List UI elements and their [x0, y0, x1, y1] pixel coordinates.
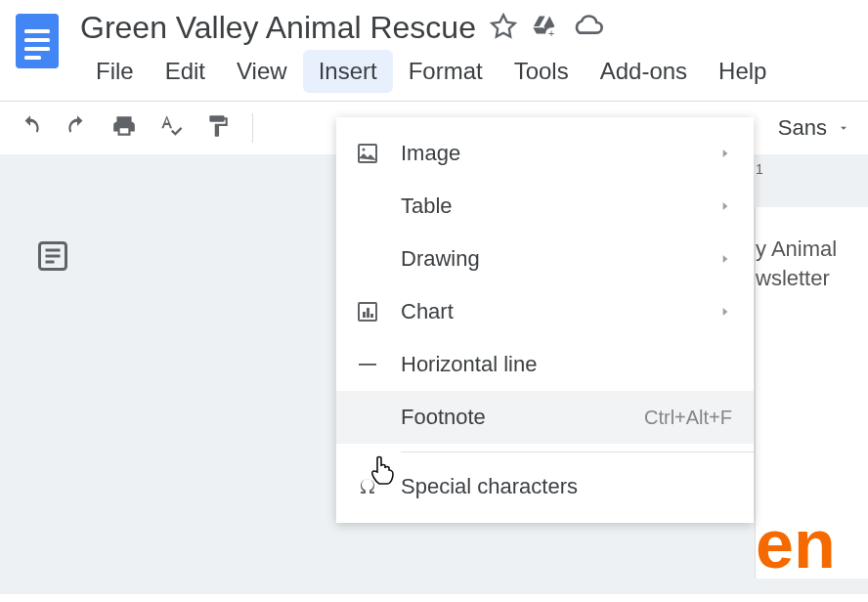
toolbar-divider	[252, 113, 253, 143]
menu-item-label: Chart	[401, 299, 718, 324]
chart-icon	[356, 300, 401, 323]
svg-rect-3	[24, 47, 50, 51]
menu-separator	[401, 452, 754, 452]
menu-item-footnote[interactable]: Footnote Ctrl+Alt+F	[336, 391, 754, 444]
cloud-saved-icon[interactable]	[572, 13, 603, 44]
svg-rect-1	[24, 29, 50, 33]
move-to-drive-icon[interactable]: +	[531, 13, 558, 44]
menu-item-special-characters[interactable]: Special characters	[336, 460, 754, 513]
font-select[interactable]: Sans	[778, 115, 850, 141]
menu-edit[interactable]: Edit	[150, 50, 221, 93]
undo-icon[interactable]	[18, 113, 43, 143]
insert-dropdown: Image Table Drawing Chart Horizontal lin…	[336, 117, 754, 523]
svg-text:+: +	[548, 26, 554, 38]
svg-rect-15	[367, 308, 369, 318]
spellcheck-icon[interactable]	[158, 113, 184, 143]
submenu-arrow-icon	[718, 194, 732, 219]
menu-item-label: Drawing	[401, 246, 718, 272]
menu-view[interactable]: View	[221, 50, 303, 93]
menu-insert[interactable]: Insert	[303, 50, 393, 93]
horizontal-line-icon	[356, 353, 401, 376]
doc-text-line: y Animal	[756, 236, 868, 262]
menu-format[interactable]: Format	[393, 50, 499, 93]
svg-rect-16	[370, 314, 373, 318]
menu-item-label: Horizontal line	[401, 352, 732, 377]
menu-addons[interactable]: Add-ons	[585, 50, 703, 93]
svg-rect-2	[24, 38, 50, 42]
svg-rect-14	[363, 312, 366, 318]
menu-file[interactable]: File	[80, 50, 150, 93]
document-page: y Animal wsletter en	[756, 207, 868, 579]
keyboard-shortcut: Ctrl+Alt+F	[644, 407, 732, 429]
document-title[interactable]: Green Valley Animal Rescue	[80, 10, 476, 46]
menu-item-label: Footnote	[401, 405, 644, 430]
menu-tools[interactable]: Tools	[499, 50, 585, 93]
paint-format-icon[interactable]	[205, 113, 231, 143]
mouse-cursor-icon	[368, 454, 397, 494]
font-name-label: Sans	[778, 115, 827, 141]
menu-item-image[interactable]: Image	[336, 127, 754, 180]
menu-item-chart[interactable]: Chart	[336, 285, 754, 338]
submenu-arrow-icon	[718, 299, 732, 324]
svg-point-12	[363, 149, 366, 151]
menu-help[interactable]: Help	[703, 50, 782, 93]
submenu-arrow-icon	[718, 141, 732, 166]
outline-icon[interactable]	[35, 238, 70, 278]
menu-item-label: Table	[401, 194, 718, 219]
submenu-arrow-icon	[718, 246, 732, 272]
menu-item-label: Special characters	[401, 474, 732, 499]
doc-text-line: wsletter	[756, 266, 868, 291]
docs-logo[interactable]	[12, 10, 63, 72]
redo-icon[interactable]	[65, 113, 90, 143]
menu-item-horizontal-line[interactable]: Horizontal line	[336, 338, 754, 391]
menu-item-drawing[interactable]: Drawing	[336, 233, 754, 285]
image-icon	[356, 142, 401, 165]
ruler-tick: 1	[756, 161, 763, 177]
menu-item-table[interactable]: Table	[336, 180, 754, 233]
dropdown-arrow-icon	[837, 115, 850, 141]
svg-rect-4	[24, 56, 41, 60]
doc-heading-fragment: en	[756, 510, 836, 579]
star-icon[interactable]	[490, 13, 517, 44]
menu-item-label: Image	[401, 141, 718, 166]
print-icon[interactable]	[111, 113, 137, 143]
